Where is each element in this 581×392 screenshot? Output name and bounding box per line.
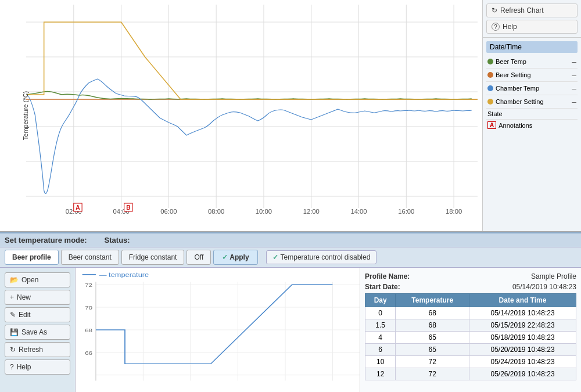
start-date-label: Start Date: [365,283,400,291]
beer-setting-dot [487,72,493,78]
col-day: Day [365,294,396,307]
table-cell-day: 12 [365,368,396,380]
table-cell-temp: 68 [396,307,469,319]
edit-icon: ✎ [10,311,16,319]
temperature-chart: 30 25 20 15 10 5 02:00 04:00 06:00 08:00… [26,5,478,214]
table-cell-day: 10 [365,356,396,368]
table-cell-day: 0 [365,307,396,319]
apply-button[interactable]: ✓ Apply [213,250,257,265]
svg-text:68: 68 [85,327,92,333]
col-datetime: Date and Time [469,294,576,307]
svg-text:A: A [76,204,80,211]
svg-text:16:00: 16:00 [398,208,414,214]
status-checkmark: ✓ [272,253,278,261]
y-axis-label: Temperature (°C) [22,91,29,140]
start-date-value: 05/14/2019 10:48:23 [512,283,576,291]
legend-panel: Date/Time Beer Temp – Beer Setting – Cha… [483,38,581,231]
status-indicator: ✓ Temperature control disabled [266,250,377,264]
help-bottom-icon: ? [10,363,14,371]
right-panel: ↻ Refresh Chart ? Help Date/Time Beer Te… [482,0,581,231]
table-cell-day: 4 [365,332,396,344]
table-row: 46505/18/2019 10:48:23 [365,332,576,344]
new-icon: + [10,293,14,301]
annotation-icon: A [487,121,496,129]
svg-text:12:00: 12:00 [303,208,320,214]
svg-text:— temperature: — temperature [99,271,149,279]
table-cell-datetime: 05/14/2019 10:48:23 [469,307,576,319]
chamber-temp-dot [487,85,493,91]
profile-name-label: Profile Name: [365,272,410,280]
sidebar-buttons: 📂 Open + New ✎ Edit 💾 Save As ↻ Refresh … [0,268,76,392]
tab-row: Beer profile Beer constant Fridge consta… [0,247,581,268]
col-temperature: Temperature [396,294,469,307]
table-cell-temp: 72 [396,356,469,368]
help-icon: ? [492,23,500,31]
table-row: 1.56805/15/2019 22:48:23 [365,319,576,332]
table-cell-datetime: 05/24/2019 10:48:23 [469,356,576,368]
open-button[interactable]: 📂 Open [5,272,70,287]
legend-beer-temp: Beer Temp – [486,55,578,69]
legend-state: State [486,109,578,120]
help-button[interactable]: ? Help [486,20,578,34]
profile-chart: — temperature 72 70 68 66 [76,268,360,392]
svg-text:14:00: 14:00 [350,208,367,214]
new-button[interactable]: + New [5,290,70,305]
top-chart-section: Temperature (°C) 30 25 20 15 10 [0,0,581,232]
svg-text:06:00: 06:00 [160,208,177,214]
mode-label: Set temperature mode: [5,236,87,244]
help-bottom-button[interactable]: ? Help [5,359,70,375]
svg-text:66: 66 [85,350,92,356]
svg-text:B: B [126,204,130,211]
bottom-section: Set temperature mode: Status: Beer profi… [0,232,581,392]
status-bar: Status: [105,236,130,244]
refresh-chart-button[interactable]: ↻ Refresh Chart [486,3,578,17]
status-label: Status: [105,236,130,244]
refresh-bottom-icon: ↻ [10,346,16,354]
tab-fridge-constant[interactable]: Fridge constant [121,250,185,265]
mode-bar: Set temperature mode: Status: [0,233,581,247]
table-cell-day: 1.5 [365,319,396,332]
chamber-setting-dot [487,99,493,105]
refresh-icon: ↻ [492,6,497,15]
legend-chamber-setting: Chamber Setting – [486,95,578,109]
table-cell-temp: 72 [396,368,469,380]
legend-chamber-temp: Chamber Temp – [486,82,578,95]
profile-name-row: Profile Name: Sample Profile [365,272,576,280]
start-date-row: Start Date: 05/14/2019 10:48:23 [365,283,576,291]
table-row: 06805/14/2019 10:48:23 [365,307,576,319]
legend-header: Date/Time [486,41,578,53]
profile-name-value: Sample Profile [531,272,576,280]
legend-beer-setting: Beer Setting – [486,69,578,82]
table-cell-datetime: 05/26/2019 10:48:23 [469,368,576,380]
profile-table: Day Temperature Date and Time 06805/14/2… [365,293,576,380]
bottom-content: 📂 Open + New ✎ Edit 💾 Save As ↻ Refresh … [0,268,581,392]
data-panel: Profile Name: Sample Profile Start Date:… [360,268,581,392]
svg-text:10:00: 10:00 [256,208,272,214]
save-as-button[interactable]: 💾 Save As [5,325,70,340]
refresh-bottom-button[interactable]: ↻ Refresh [5,342,70,357]
profile-svg: — temperature 72 70 68 66 [76,268,360,392]
tab-off[interactable]: Off [187,250,211,265]
legend-annotations: A Annotations [486,120,578,131]
svg-text:72: 72 [85,282,92,288]
table-cell-datetime: 05/15/2019 22:48:23 [469,319,576,332]
table-row: 127205/26/2019 10:48:23 [365,368,576,380]
open-icon: 📂 [10,276,19,284]
action-buttons-group: ↻ Refresh Chart ? Help [483,0,581,38]
table-cell-datetime: 05/20/2019 10:48:23 [469,344,576,356]
table-cell-temp: 65 [396,344,469,356]
save-as-icon: 💾 [10,328,19,336]
table-cell-datetime: 05/18/2019 10:48:23 [469,332,576,344]
table-row: 66505/20/2019 10:48:23 [365,344,576,356]
table-cell-temp: 65 [396,332,469,344]
table-row: 107205/24/2019 10:48:23 [365,356,576,368]
beer-temp-dot [487,59,493,64]
tab-beer-profile[interactable]: Beer profile [5,250,59,265]
svg-text:70: 70 [85,304,92,311]
edit-button[interactable]: ✎ Edit [5,307,70,322]
table-cell-day: 6 [365,344,396,356]
apply-checkmark: ✓ [222,253,228,261]
main-chart-area: Temperature (°C) 30 25 20 15 10 [0,0,482,231]
svg-text:08:00: 08:00 [208,208,224,214]
tab-beer-constant[interactable]: Beer constant [61,250,119,265]
